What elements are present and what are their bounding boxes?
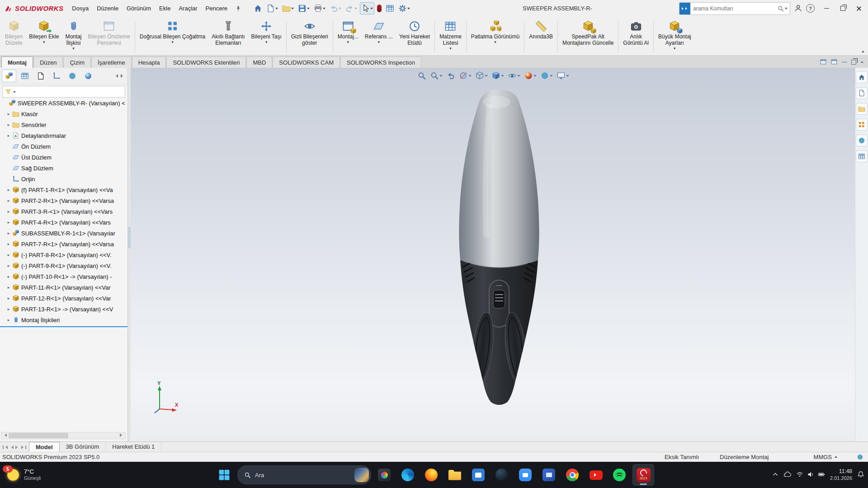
taskbar-search[interactable]: Ara bbox=[237, 465, 371, 484]
save-button[interactable] bbox=[297, 2, 311, 14]
view-palette-tab[interactable] bbox=[856, 119, 868, 131]
dropdown-caret[interactable] bbox=[501, 75, 504, 78]
tree-item[interactable]: ▸ PART-11-R<1> (Varsayılan) <<Var bbox=[0, 282, 127, 293]
menu-ekle[interactable]: Ekle bbox=[155, 0, 175, 17]
dropdown-caret[interactable]: ▾ bbox=[494, 40, 496, 45]
document-restore-button[interactable] bbox=[851, 60, 856, 65]
expander-icon[interactable]: ▸ bbox=[5, 188, 12, 192]
dropdown-caret[interactable] bbox=[339, 8, 341, 11]
onedrive-icon[interactable] bbox=[784, 471, 791, 479]
tree-item[interactable]: Sağ Düzlem bbox=[0, 163, 127, 174]
dropdown-caret[interactable]: ▾ bbox=[378, 40, 380, 45]
dropdown-caret[interactable] bbox=[439, 75, 442, 78]
dropdown-caret[interactable] bbox=[307, 8, 310, 11]
search-expand-icon[interactable] bbox=[679, 3, 690, 14]
solidworks-resources-tab[interactable] bbox=[856, 71, 868, 83]
expander-icon[interactable]: ▸ bbox=[5, 198, 12, 203]
new-window-icon[interactable] bbox=[831, 59, 837, 65]
menu-dosya[interactable]: Dosya bbox=[68, 0, 93, 17]
dimxpert-manager-tab[interactable] bbox=[49, 70, 64, 82]
dropdown-caret[interactable]: ▾ bbox=[72, 46, 75, 51]
ribbon-large-assembly-button[interactable]: Büyük Montaj Ayarları ▾ bbox=[655, 18, 694, 56]
ribbon-reference-geometry-button[interactable]: Referans ... ▾ bbox=[362, 18, 396, 56]
tab-cizim[interactable]: Çizim bbox=[63, 56, 91, 68]
photos-app-button[interactable] bbox=[374, 465, 395, 485]
cam-tree-tab[interactable] bbox=[81, 70, 95, 82]
filter-funnel-icon[interactable] bbox=[5, 89, 11, 95]
help-icon[interactable]: ? bbox=[806, 4, 815, 13]
apply-scene-button[interactable] bbox=[540, 71, 552, 80]
units-selector[interactable]: MMGS bbox=[814, 452, 837, 462]
previous-tab-button[interactable] bbox=[9, 446, 14, 449]
youtube-app-button[interactable] bbox=[585, 465, 606, 485]
steam-app-button[interactable] bbox=[491, 465, 512, 485]
search-dropdown-caret[interactable] bbox=[785, 8, 788, 11]
tree-item[interactable]: ▸ Klasör bbox=[0, 108, 127, 119]
section-view-button[interactable] bbox=[459, 71, 471, 80]
dropdown-caret[interactable] bbox=[517, 75, 520, 78]
tree-item[interactable]: ▸ (-) PART-8-R<1> (Varsayılan) <<V. bbox=[0, 249, 127, 260]
document-minimize-button[interactable] bbox=[842, 62, 847, 62]
dropdown-caret[interactable] bbox=[407, 8, 410, 11]
tree-item[interactable]: ▸ PART-13-R<1> -> (Varsayılan) <<V bbox=[0, 304, 127, 314]
previous-view-button[interactable] bbox=[446, 71, 455, 80]
first-tab-button[interactable] bbox=[3, 446, 8, 449]
expander-icon[interactable]: ▸ bbox=[5, 296, 12, 300]
ribbon-exploded-view-button[interactable]: Patlatma Görünümü ▾ bbox=[468, 18, 523, 56]
zoom-area-button[interactable] bbox=[430, 71, 442, 80]
ribbon-show-hidden-button[interactable]: Gizli Bileşenleri göster bbox=[288, 18, 331, 56]
configuration-manager-tab[interactable] bbox=[33, 70, 48, 82]
scrollbar-thumb[interactable] bbox=[9, 433, 68, 438]
tree-filter-input[interactable] bbox=[18, 88, 123, 95]
quick-settings[interactable] bbox=[796, 471, 825, 479]
tree-horizontal-scrollbar[interactable] bbox=[1, 432, 126, 439]
file-explorer-tab[interactable] bbox=[856, 103, 868, 115]
command-search-input[interactable] bbox=[690, 5, 778, 12]
user-account-icon[interactable] bbox=[794, 4, 802, 13]
select-button[interactable] bbox=[360, 2, 374, 14]
hide-show-items-button[interactable] bbox=[508, 71, 520, 80]
dropdown-caret[interactable] bbox=[354, 8, 357, 11]
units-caret[interactable] bbox=[835, 455, 837, 458]
scroll-left-icon[interactable] bbox=[3, 433, 7, 437]
ribbon-component-preview-button[interactable]: Bileşen Önizleme Penceresi bbox=[85, 18, 133, 56]
edge-app-button[interactable] bbox=[397, 465, 418, 485]
dropdown-caret[interactable] bbox=[533, 75, 536, 78]
file-properties-button[interactable] bbox=[384, 2, 396, 14]
scroll-right-icon[interactable] bbox=[121, 74, 125, 78]
dropdown-caret[interactable] bbox=[370, 8, 373, 11]
ribbon-assembly-features-button[interactable]: Montaj... ▾ bbox=[335, 18, 362, 56]
weather-widget[interactable]: 5 7°C Güneşli bbox=[6, 462, 41, 488]
design-library-tab[interactable] bbox=[856, 87, 868, 99]
menu-gorunum[interactable]: Görünüm bbox=[123, 0, 155, 17]
dropdown-caret[interactable]: ▾ bbox=[265, 40, 268, 45]
ribbon-collapse-caret[interactable] bbox=[862, 49, 864, 52]
dropdown-caret[interactable]: ▾ bbox=[449, 46, 452, 51]
dropdown-caret[interactable] bbox=[468, 75, 471, 78]
store-app-button[interactable] bbox=[468, 465, 489, 485]
dropdown-caret[interactable] bbox=[275, 8, 278, 11]
property-manager-tab[interactable] bbox=[18, 70, 32, 82]
next-tab-button[interactable] bbox=[15, 446, 19, 449]
ribbon-mate-button[interactable]: Montaj İlişkisi ▾ bbox=[62, 18, 85, 56]
last-tab-button[interactable] bbox=[21, 446, 26, 449]
zoom-app-button[interactable] bbox=[515, 465, 536, 485]
motion-study-tab[interactable]: Hareket Etüdü 1 bbox=[106, 442, 161, 452]
tree-item[interactable]: ▸ PART-4-R<1> (Varsayılan) <<Vars bbox=[0, 217, 127, 228]
close-button[interactable] bbox=[851, 0, 867, 17]
tree-item[interactable]: ▸ Sensörler bbox=[0, 119, 127, 130]
expander-icon[interactable]: ▸ bbox=[5, 307, 12, 311]
ribbon-snapshot-button[interactable]: Anlık Görüntü Al bbox=[620, 18, 652, 56]
edit-appearance-button[interactable] bbox=[524, 71, 536, 80]
open-document-button[interactable] bbox=[281, 2, 295, 14]
options-button[interactable] bbox=[397, 2, 411, 14]
expander-icon[interactable]: ▸ bbox=[5, 263, 12, 268]
dropdown-caret[interactable] bbox=[485, 75, 487, 78]
expander-icon[interactable]: ▸ bbox=[5, 231, 12, 235]
file-explorer-button[interactable] bbox=[444, 465, 465, 485]
tree-item[interactable]: ▸ (f) PART-1-R<1> (Varsayılan) <<Va bbox=[0, 184, 127, 195]
word-app-button[interactable] bbox=[538, 465, 559, 485]
tree-item[interactable]: ▸ (-) PART-9-R<1> (Varsayılan) <<V. bbox=[0, 260, 127, 271]
tab-eklentiler[interactable]: SOLIDWORKS Eklentileri bbox=[166, 56, 246, 68]
scroll-left-icon[interactable] bbox=[114, 74, 118, 78]
